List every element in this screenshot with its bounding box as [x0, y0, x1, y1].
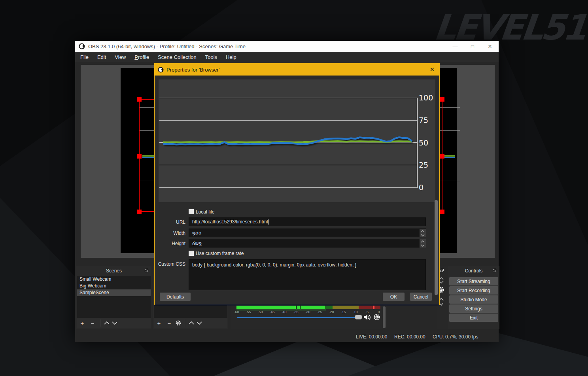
mixer-scrollbar[interactable] — [383, 306, 386, 328]
db-tick-label: -20 — [327, 310, 336, 314]
start-streaming-button[interactable]: Start Streaming — [449, 277, 498, 285]
dialog-close-icon[interactable]: ✕ — [429, 66, 435, 73]
meter-segment — [236, 306, 325, 309]
local-file-checkbox[interactable] — [189, 209, 194, 214]
menu-edit[interactable]: Edit — [93, 53, 110, 62]
obs-logo-icon — [158, 67, 164, 73]
custom-css-value: body { background-color: rgba(0, 0, 0, 0… — [192, 262, 357, 268]
db-tick-label: -5 — [363, 310, 371, 314]
selection-handle[interactable] — [137, 97, 142, 102]
scene-item-small-webcam[interactable]: Small Webcam — [77, 276, 151, 283]
scenes-panel: Scenes Small WebcamBig WebcamSampleScene… — [76, 266, 151, 329]
status-rec: REC: 00:00:00 — [394, 334, 425, 340]
menu-profile[interactable]: Profile — [130, 53, 153, 62]
scene-item-big-webcam[interactable]: Big Webcam — [77, 283, 151, 289]
remove-scene-button[interactable]: − — [87, 320, 98, 327]
move-scene-down-button[interactable] — [111, 321, 119, 325]
defaults-button[interactable]: Defaults — [160, 293, 191, 301]
menu-help[interactable]: Help — [221, 53, 241, 62]
height-value: ໒໙໘ — [192, 240, 202, 246]
db-tick-label: -40 — [280, 310, 288, 314]
menu-tools[interactable]: Tools — [201, 53, 221, 62]
properties-dialog: Properties for 'Browser' ✕ 1007550250 Lo… — [154, 63, 440, 305]
scenes-panel-title: Scenes — [106, 268, 122, 274]
meter-segment — [333, 306, 359, 309]
volume-slider-handle[interactable] — [355, 315, 362, 319]
menu-scene-collection[interactable]: Scene Collection — [153, 53, 201, 62]
float-panel-icon[interactable] — [440, 269, 444, 272]
exit-button[interactable]: Exit — [449, 314, 498, 322]
db-tick-label: -10 — [351, 310, 359, 314]
db-tick-label: -45 — [268, 310, 276, 314]
scene-list: Small WebcamBig WebcamSampleScene — [77, 276, 151, 318]
width-value: ໘໐໐ — [192, 230, 201, 236]
mute-speaker-icon[interactable] — [363, 314, 371, 321]
float-panel-icon[interactable] — [493, 269, 496, 272]
custom-css-textarea[interactable]: body { background-color: rgba(0, 0, 0, 0… — [189, 259, 426, 290]
meter-peak-indicator — [373, 306, 374, 309]
status-cpu-fps: CPU: 0.7%, 30.00 fps — [433, 334, 478, 340]
selection-handle[interactable] — [440, 154, 444, 159]
menu-bar: FileEditViewProfileScene CollectionTools… — [75, 52, 499, 62]
dialog-titlebar: Properties for 'Browser' ✕ — [155, 64, 439, 76]
remove-source-button[interactable]: − — [164, 320, 174, 327]
controls-panel: Controls Start StreamingStart RecordingS… — [448, 266, 499, 329]
dialog-scrollbar[interactable] — [435, 200, 438, 295]
toolbar-separator — [185, 319, 185, 327]
close-button[interactable]: ✕ — [481, 41, 499, 52]
height-input[interactable]: ໒໙໘ — [189, 239, 426, 248]
add-scene-button[interactable]: + — [77, 320, 87, 327]
selection-handle[interactable] — [137, 154, 142, 159]
height-step-down[interactable] — [420, 243, 426, 248]
volume-meter — [236, 306, 380, 309]
controls-panel-title: Controls — [465, 268, 483, 274]
menu-file[interactable]: File — [76, 53, 93, 62]
minimize-button[interactable]: — — [446, 41, 464, 52]
chart-lines — [159, 79, 435, 202]
scene-item-samplescene[interactable]: SampleScene — [77, 289, 151, 296]
meter-notch — [300, 306, 301, 309]
db-tick-label: -30 — [303, 310, 312, 314]
meter-notch — [296, 306, 297, 309]
ok-button[interactable]: OK — [383, 293, 405, 301]
db-tick-label: -50 — [256, 310, 265, 314]
obs-logo-icon — [79, 43, 85, 49]
add-source-button[interactable]: + — [154, 320, 164, 327]
db-tick-label: -60 — [232, 310, 241, 314]
url-input[interactable]: http://localhost:5293/timeseries.html — [189, 217, 426, 226]
cancel-button[interactable]: Cancel — [410, 293, 432, 301]
width-label: Width — [158, 231, 185, 236]
maximize-button[interactable]: □ — [464, 41, 481, 52]
text-cursor — [268, 219, 268, 225]
menu-view[interactable]: View — [110, 53, 130, 62]
height-label: Height — [158, 241, 185, 246]
custom-fps-checkbox[interactable] — [189, 251, 194, 256]
meter-segment — [325, 306, 332, 309]
start-recording-button[interactable]: Start Recording — [449, 286, 498, 295]
selection-handle[interactable] — [440, 97, 444, 102]
controls-panel-header: Controls — [448, 266, 499, 276]
settings-button[interactable]: Settings — [449, 304, 498, 313]
source-properties-gear-icon[interactable] — [174, 320, 182, 326]
width-step-down[interactable] — [420, 233, 426, 237]
custom-fps-label: Use custom frame rate — [196, 251, 244, 256]
float-panel-icon[interactable] — [145, 269, 148, 272]
move-source-down-button[interactable] — [195, 321, 203, 325]
db-tick-label: -25 — [315, 310, 324, 314]
mixer-gear-icon[interactable] — [373, 314, 380, 321]
url-value: http://localhost:5293/timeseries.html — [192, 219, 268, 225]
browser-source-preview: 1007550250 — [159, 79, 435, 202]
volume-slider[interactable] — [237, 317, 362, 318]
selection-handle[interactable] — [137, 210, 142, 214]
move-scene-up-button[interactable] — [103, 321, 111, 325]
scenes-toolbar: + − — [77, 318, 151, 328]
toolbar-separator — [100, 319, 100, 327]
sources-toolbar: + − — [154, 318, 227, 328]
custom-css-label: Custom CSS — [158, 261, 185, 267]
selection-handle[interactable] — [440, 210, 444, 214]
status-live: LIVE: 00:00:00 — [356, 334, 387, 340]
width-input[interactable]: ໘໐໐ — [189, 229, 426, 237]
move-source-up-button[interactable] — [187, 321, 195, 325]
studio-mode-button[interactable]: Studio Mode — [449, 295, 498, 304]
scenes-panel-header: Scenes — [76, 266, 151, 276]
